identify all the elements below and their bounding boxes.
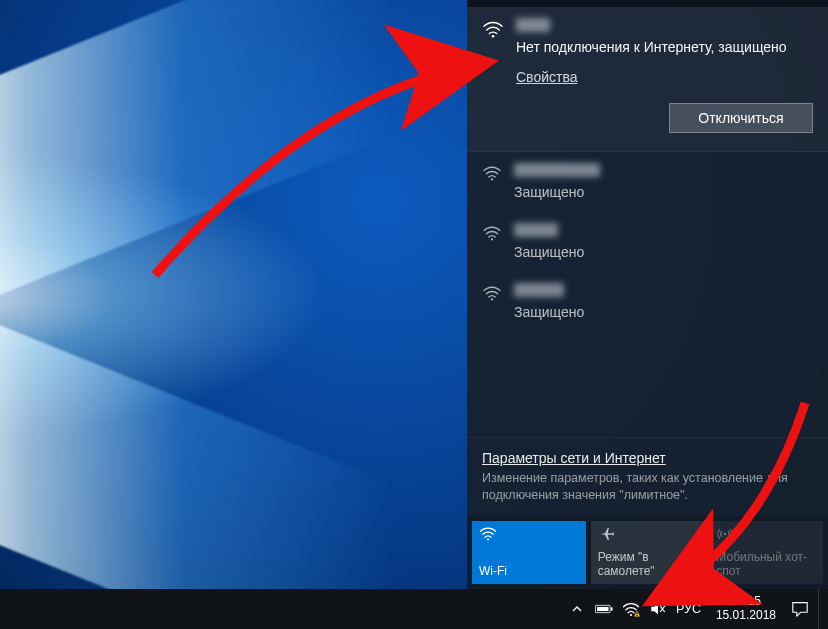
tile-label: Wi-Fi <box>479 565 579 579</box>
wifi-icon <box>482 225 502 244</box>
clock[interactable]: 17:15 15.01.2018 <box>710 595 782 623</box>
taskbar: РУС 17:15 15.01.2018 <box>0 589 828 629</box>
network-item[interactable]: Защищено <box>467 272 828 332</box>
airplane-icon <box>598 526 698 544</box>
network-status: Защищено <box>514 244 813 260</box>
network-status: Защищено <box>514 304 813 320</box>
network-item-current[interactable]: Нет подключения к Интернету, защищено Св… <box>467 7 828 152</box>
network-settings-link[interactable]: Параметры сети и Интернет <box>482 450 666 466</box>
svg-point-9 <box>630 614 632 616</box>
wifi-warning-icon[interactable] <box>622 600 640 618</box>
system-tray: РУС 17:15 15.01.2018 <box>568 589 828 629</box>
show-desktop-button[interactable] <box>818 589 824 629</box>
hotspot-icon <box>716 526 816 544</box>
quick-tiles: Wi-Fi Режим "в самолете" <box>467 516 828 589</box>
wifi-icon <box>482 165 502 184</box>
clock-date: 15.01.2018 <box>716 609 776 623</box>
ssid-blurred <box>514 223 558 237</box>
network-status: Защищено <box>514 184 813 200</box>
wifi-icon <box>479 526 579 544</box>
svg-point-4 <box>487 538 489 540</box>
tile-label: Мобильный хот-спот <box>716 551 816 579</box>
clock-time: 17:15 <box>716 595 776 609</box>
svg-point-2 <box>491 238 493 240</box>
ssid-blurred <box>516 18 550 32</box>
svg-rect-7 <box>611 607 613 610</box>
tile-hotspot[interactable]: Мобильный хот-спот <box>709 521 823 584</box>
wifi-icon <box>482 20 504 41</box>
volume-muted-icon[interactable] <box>649 600 667 618</box>
svg-point-5 <box>724 533 727 536</box>
language-indicator[interactable]: РУС <box>676 602 701 616</box>
network-item[interactable]: Защищено <box>467 212 828 272</box>
tile-label: Режим "в самолете" <box>598 551 698 579</box>
ssid-blurred <box>514 163 600 177</box>
wifi-icon <box>482 285 502 304</box>
network-list: Нет подключения к Интернету, защищено Св… <box>467 7 828 437</box>
network-status: Нет подключения к Интернету, защищено <box>516 39 813 55</box>
svg-rect-8 <box>597 607 608 611</box>
battery-icon[interactable] <box>595 600 613 618</box>
network-flyout: Нет подключения к Интернету, защищено Св… <box>467 0 828 589</box>
svg-point-3 <box>491 298 493 300</box>
ssid-blurred <box>514 283 564 297</box>
network-item[interactable]: Защищено <box>467 152 828 212</box>
tile-airplane[interactable]: Режим "в самолете" <box>591 521 705 584</box>
network-settings-desc: Изменение параметров, таких как установл… <box>482 470 813 504</box>
tile-wifi[interactable]: Wi-Fi <box>472 521 586 584</box>
svg-point-1 <box>491 178 493 180</box>
network-properties-link[interactable]: Свойства <box>516 69 577 85</box>
tray-overflow-button[interactable] <box>568 600 586 618</box>
svg-rect-11 <box>636 615 637 616</box>
svg-point-0 <box>492 35 495 38</box>
network-settings-block: Параметры сети и Интернет Изменение пара… <box>467 437 828 516</box>
svg-rect-10 <box>636 612 637 614</box>
action-center-icon[interactable] <box>791 600 809 618</box>
disconnect-button[interactable]: Отключиться <box>669 103 813 133</box>
